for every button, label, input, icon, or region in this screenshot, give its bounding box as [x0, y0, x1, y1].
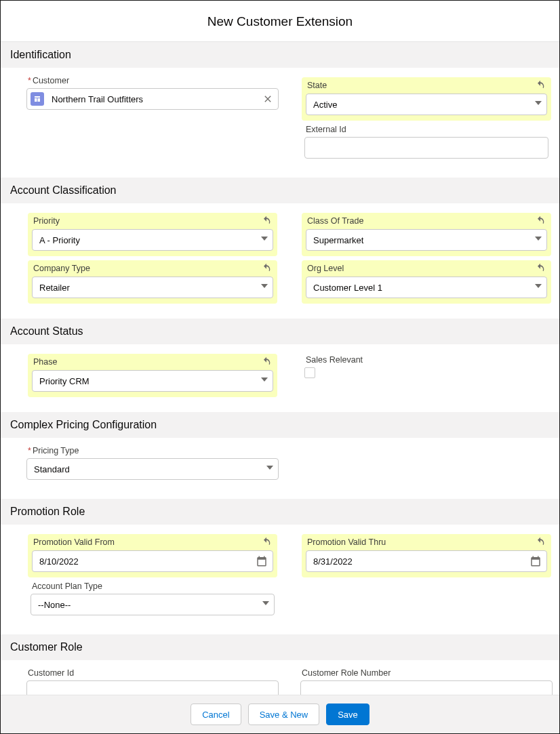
phase-select[interactable]: Priority CRM	[32, 370, 273, 392]
undo-icon[interactable]	[535, 263, 546, 274]
phase-label: Phase	[33, 357, 57, 367]
undo-icon[interactable]	[261, 263, 272, 274]
pricing-type-select[interactable]: Standard	[26, 458, 279, 480]
org-level-label: Org Level	[307, 264, 344, 273]
company-type-label: Company Type	[33, 264, 90, 273]
class-of-trade-select[interactable]: Supermarket	[306, 229, 547, 251]
undo-icon[interactable]	[535, 537, 546, 548]
section-header-promotion-role: Promotion Role	[1, 499, 559, 525]
sales-relevant-label: Sales Relevant	[306, 355, 363, 365]
customer-value: Northern Trail Outfitters	[52, 94, 143, 104]
state-label: State	[307, 81, 327, 90]
undo-icon[interactable]	[261, 537, 272, 548]
modal-title: New Customer Extension	[1, 1, 559, 42]
section-header-account-status: Account Status	[1, 319, 559, 344]
save-and-new-button[interactable]: Save & New	[248, 704, 320, 725]
promo-valid-thru-label: Promotion Valid Thru	[307, 537, 386, 547]
priority-label: Priority	[33, 216, 60, 226]
cancel-button[interactable]: Cancel	[191, 704, 241, 725]
undo-icon[interactable]	[535, 80, 546, 91]
account-icon	[31, 92, 44, 106]
section-header-complex-pricing: Complex Pricing Configuration	[1, 412, 559, 438]
account-plan-type-label: Account Plan Type	[32, 582, 102, 591]
section-header-customer-role: Customer Role	[1, 634, 559, 660]
promo-valid-from-label: Promotion Valid From	[33, 537, 115, 547]
org-level-select[interactable]: Customer Level 1	[306, 277, 547, 298]
calendar-icon[interactable]	[529, 555, 542, 567]
external-id-input[interactable]	[304, 137, 548, 159]
customer-lookup[interactable]: Northern Trail Outfitters	[26, 88, 279, 110]
account-plan-type-select[interactable]: --None--	[31, 594, 275, 615]
promo-valid-from-input[interactable]: 8/10/2022	[32, 550, 273, 572]
role-number-label: Customer Role Number	[302, 668, 391, 678]
state-select[interactable]: Active	[306, 94, 547, 115]
section-header-account-classification: Account Classification	[1, 178, 559, 203]
pricing-type-label: Pricing Type	[28, 446, 79, 455]
calendar-icon[interactable]	[256, 555, 268, 567]
company-type-select[interactable]: Retailer	[32, 277, 273, 298]
section-header-identification: Identification	[1, 42, 559, 68]
class-of-trade-label: Class Of Trade	[307, 216, 363, 226]
undo-icon[interactable]	[261, 216, 272, 226]
promo-valid-thru-input[interactable]: 8/31/2022	[306, 550, 547, 572]
customer-id-label: Customer Id	[28, 668, 74, 678]
undo-icon[interactable]	[261, 356, 272, 367]
save-button[interactable]: Save	[326, 704, 369, 725]
priority-select[interactable]: A - Priority	[32, 229, 273, 251]
customer-label: Customer	[28, 76, 69, 85]
external-id-label: External Id	[306, 125, 346, 134]
clear-icon[interactable]	[262, 94, 273, 104]
modal-footer: Cancel Save & New Save	[1, 695, 559, 733]
sales-relevant-checkbox[interactable]	[304, 367, 315, 378]
undo-icon[interactable]	[535, 216, 546, 226]
